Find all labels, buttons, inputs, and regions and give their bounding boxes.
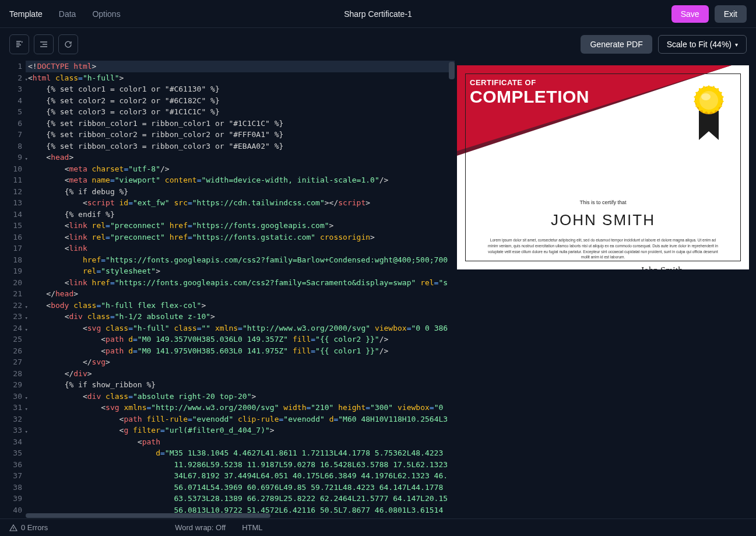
certificate-heading: CERTIFICATE OF COMPLETION	[470, 78, 589, 107]
preview-pane: CERTIFICATE OF COMPLETION This is to cer…	[455, 61, 756, 519]
svg-point-2	[701, 93, 711, 100]
scale-dropdown[interactable]: Scale to Fit (44%) ▾	[658, 35, 747, 54]
signature-block: John Smith Signature	[621, 265, 702, 269]
tabs: Template Data Options	[9, 9, 121, 19]
body-text: Lorem ipsum dolor sit amet, consectetur …	[486, 237, 720, 260]
certify-text: This is to certify that	[486, 199, 720, 205]
save-button[interactable]: Save	[671, 5, 709, 23]
language-status[interactable]: HTML	[242, 523, 262, 532]
status-bar: 0 Errors Word wrap: Off HTML	[0, 519, 756, 536]
gutter: 12▾3456789▾10111213141516171819202122▾23…	[0, 61, 26, 513]
vertical-scrollbar-thumb[interactable]	[449, 62, 455, 79]
exit-button[interactable]: Exit	[715, 5, 747, 23]
toolbar: Generate PDF Scale to Fit (44%) ▾	[0, 28, 756, 61]
tab-template[interactable]: Template	[9, 9, 43, 19]
recipient-name: JOHN SMITH	[486, 211, 720, 229]
errors-status[interactable]: 0 Errors	[9, 523, 48, 532]
indent-icon[interactable]	[34, 34, 54, 54]
ribbon-seal-icon	[688, 82, 729, 154]
scrollbar-thumb[interactable]	[26, 513, 270, 518]
chevron-down-icon: ▾	[735, 41, 738, 48]
format-icon[interactable]	[9, 34, 29, 54]
horizontal-scrollbar[interactable]	[0, 513, 455, 519]
code-lines[interactable]: <!DOCTYPE html><html class="h-full"> {% …	[26, 61, 455, 513]
tab-data[interactable]: Data	[59, 9, 76, 19]
document-title: Sharp Certificate-1	[344, 9, 412, 19]
certificate-preview: CERTIFICATE OF COMPLETION This is to cer…	[457, 65, 749, 269]
signature-value: John Smith	[641, 265, 683, 269]
wordwrap-status[interactable]: Word wrap: Off	[175, 523, 226, 532]
certificate-of-label: CERTIFICATE OF	[470, 78, 589, 87]
top-bar: Template Data Options Sharp Certificate-…	[0, 0, 756, 28]
scale-label: Scale to Fit (44%)	[667, 40, 732, 49]
completion-label: COMPLETION	[470, 87, 589, 107]
date-block: September 09, 2022 Date	[504, 265, 585, 269]
tab-options[interactable]: Options	[92, 9, 120, 19]
svg-point-1	[699, 91, 718, 110]
warning-icon	[9, 524, 17, 532]
generate-pdf-button[interactable]: Generate PDF	[581, 35, 652, 54]
code-editor[interactable]: 12▾3456789▾10111213141516171819202122▾23…	[0, 61, 455, 519]
refresh-icon[interactable]	[58, 34, 78, 54]
certificate-body: This is to certify that JOHN SMITH Lorem…	[457, 199, 749, 269]
